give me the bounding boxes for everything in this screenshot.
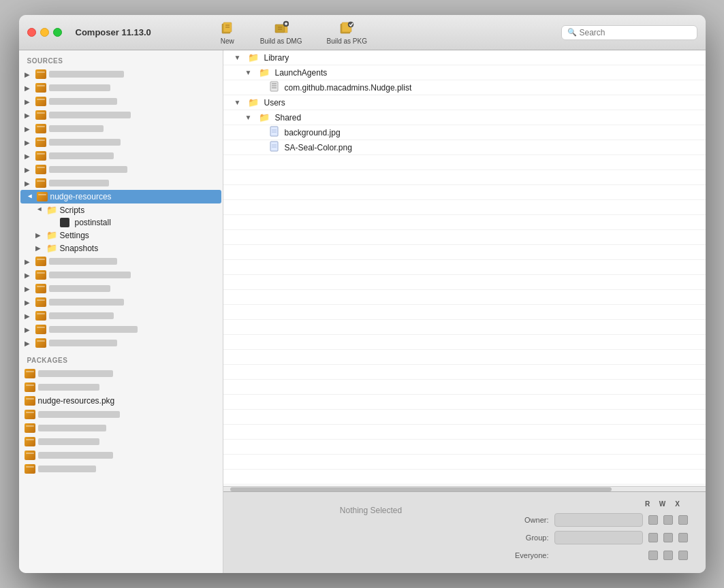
build-pkg-icon bbox=[339, 20, 355, 36]
everyone-row: Everyone: bbox=[508, 549, 688, 562]
chevron-icon: ▶ bbox=[25, 98, 33, 105]
pkg-icon bbox=[35, 324, 46, 335]
tree-row-saseal[interactable]: SA-Seal-Color.png bbox=[223, 140, 706, 155]
owner-r-checkbox[interactable] bbox=[648, 515, 658, 525]
chevron-icon: ▼ bbox=[26, 193, 33, 201]
library-label: Library bbox=[264, 53, 289, 63]
sidebar: SOURCES ▶ ▶ ▶ ▶ ▶ bbox=[19, 50, 223, 573]
tree-row-empty bbox=[223, 200, 706, 215]
plist-label: com.github.macadmins.Nudge.plist bbox=[285, 83, 412, 93]
sidebar-item-postinstall[interactable]: postinstall bbox=[19, 216, 223, 229]
tree-row-users[interactable]: ▼ 📁 Users bbox=[223, 95, 706, 110]
group-w-checkbox[interactable] bbox=[663, 533, 673, 542]
package-nudge-resources[interactable]: nudge-resources.pkg bbox=[19, 394, 223, 408]
owner-w-checkbox[interactable] bbox=[663, 515, 673, 525]
package-item[interactable] bbox=[19, 435, 223, 448]
pkg-icon bbox=[35, 82, 46, 93]
package-item[interactable] bbox=[19, 448, 223, 462]
sidebar-item[interactable]: ▶ bbox=[19, 67, 223, 81]
everyone-r-checkbox[interactable] bbox=[648, 551, 658, 560]
tree-row-empty bbox=[223, 290, 706, 305]
search-icon: 🔍 bbox=[567, 28, 577, 37]
sidebar-item[interactable]: ▶ bbox=[19, 122, 223, 135]
scrollbar[interactable] bbox=[223, 486, 706, 491]
tree-row-shared[interactable]: ▼ 📁 Shared bbox=[223, 110, 706, 125]
maximize-button[interactable] bbox=[53, 28, 62, 37]
tree-row-empty bbox=[223, 335, 706, 350]
package-item[interactable] bbox=[19, 462, 223, 476]
tree-row-launchagents[interactable]: ▼ 📁 LaunchAgents bbox=[223, 65, 706, 80]
chevron-icon: ▶ bbox=[25, 139, 33, 146]
chevron-icon: ▶ bbox=[25, 299, 33, 306]
folder-icon: 📁 bbox=[259, 67, 270, 78]
script-icon bbox=[60, 218, 69, 227]
sidebar-item-nudge-resources[interactable]: ▼ nudge-resources bbox=[20, 190, 221, 203]
folder-icon: 📁 bbox=[259, 112, 270, 122]
sidebar-item-scripts[interactable]: ▼ 📁 Scripts bbox=[19, 203, 223, 216]
sidebar-item[interactable]: ▶ bbox=[19, 176, 223, 190]
sidebar-item[interactable]: ▶ bbox=[19, 255, 223, 268]
tree-row-empty bbox=[223, 425, 706, 440]
sidebar-item-snapshots[interactable]: ▶ 📁 Snapshots bbox=[19, 242, 223, 255]
saseal-label: SA-Seal-Color.png bbox=[285, 143, 352, 152]
sidebar-item[interactable]: ▶ bbox=[19, 108, 223, 122]
tree-row-library[interactable]: ▼ 📁 Library bbox=[223, 50, 706, 65]
window-controls bbox=[27, 28, 62, 37]
everyone-x-checkbox[interactable] bbox=[678, 551, 688, 560]
pkg-icon bbox=[25, 450, 35, 461]
chevron-icon: ▼ bbox=[234, 54, 242, 61]
sidebar-item[interactable]: ▶ bbox=[19, 135, 223, 149]
search-bar[interactable]: 🔍 bbox=[561, 25, 697, 40]
sidebar-item[interactable]: ▶ bbox=[19, 309, 223, 323]
sidebar-item[interactable]: ▶ bbox=[19, 336, 223, 350]
group-dropdown[interactable] bbox=[554, 531, 643, 544]
group-x-checkbox[interactable] bbox=[678, 533, 688, 542]
chevron-icon: ▶ bbox=[25, 258, 33, 265]
snapshots-label: Snapshots bbox=[60, 244, 99, 253]
nudge-pkg-label: nudge-resources.pkg bbox=[38, 396, 115, 406]
everyone-w-checkbox[interactable] bbox=[663, 551, 673, 560]
settings-label: Settings bbox=[60, 231, 89, 240]
sidebar-item-settings[interactable]: ▶ 📁 Settings bbox=[19, 229, 223, 242]
package-item[interactable] bbox=[19, 367, 223, 380]
sidebar-item[interactable]: ▶ bbox=[19, 81, 223, 95]
scrollbar-thumb[interactable] bbox=[230, 487, 612, 491]
chevron-icon: ▶ bbox=[25, 71, 33, 78]
new-button[interactable]: New bbox=[214, 17, 241, 48]
toolbar: New Build as DMG bbox=[214, 17, 373, 48]
group-label: Group: bbox=[508, 534, 549, 542]
build-pkg-button[interactable]: Build as PKG bbox=[321, 17, 372, 48]
new-label: New bbox=[221, 37, 234, 45]
file-icon bbox=[270, 141, 279, 154]
minimize-button[interactable] bbox=[40, 28, 49, 37]
sidebar-item[interactable]: ▶ bbox=[19, 95, 223, 108]
owner-dropdown[interactable] bbox=[554, 513, 643, 527]
package-item[interactable] bbox=[19, 408, 223, 421]
search-input[interactable] bbox=[580, 28, 691, 37]
pkg-icon bbox=[25, 463, 35, 474]
package-item[interactable] bbox=[19, 421, 223, 435]
tree-row-background[interactable]: background.jpg bbox=[223, 125, 706, 140]
file-tree: ▼ 📁 Library ▼ 📁 LaunchAgents bbox=[223, 50, 706, 486]
nudge-resources-label: nudge-resources bbox=[50, 192, 112, 201]
sidebar-item[interactable]: ▶ bbox=[19, 149, 223, 163]
chevron-icon: ▶ bbox=[25, 272, 33, 279]
chevron-icon: ▶ bbox=[25, 152, 33, 160]
sidebar-item[interactable]: ▶ bbox=[19, 268, 223, 282]
package-item[interactable] bbox=[19, 380, 223, 394]
sidebar-item[interactable]: ▶ bbox=[19, 295, 223, 309]
x-header: X bbox=[670, 500, 685, 508]
sources-header: SOURCES bbox=[19, 50, 223, 67]
postinstall-label: postinstall bbox=[75, 218, 111, 227]
owner-x-checkbox[interactable] bbox=[678, 515, 688, 525]
new-icon bbox=[219, 20, 236, 36]
pkg-icon bbox=[35, 178, 46, 189]
sidebar-item[interactable]: ▶ bbox=[19, 282, 223, 295]
group-r-checkbox[interactable] bbox=[648, 533, 658, 542]
tree-row-empty bbox=[223, 185, 706, 200]
build-dmg-button[interactable]: Build as DMG bbox=[255, 17, 308, 48]
sidebar-item[interactable]: ▶ bbox=[19, 163, 223, 176]
sidebar-item[interactable]: ▶ bbox=[19, 323, 223, 336]
tree-row-plist[interactable]: com.github.macadmins.Nudge.plist bbox=[223, 80, 706, 95]
close-button[interactable] bbox=[27, 28, 36, 37]
